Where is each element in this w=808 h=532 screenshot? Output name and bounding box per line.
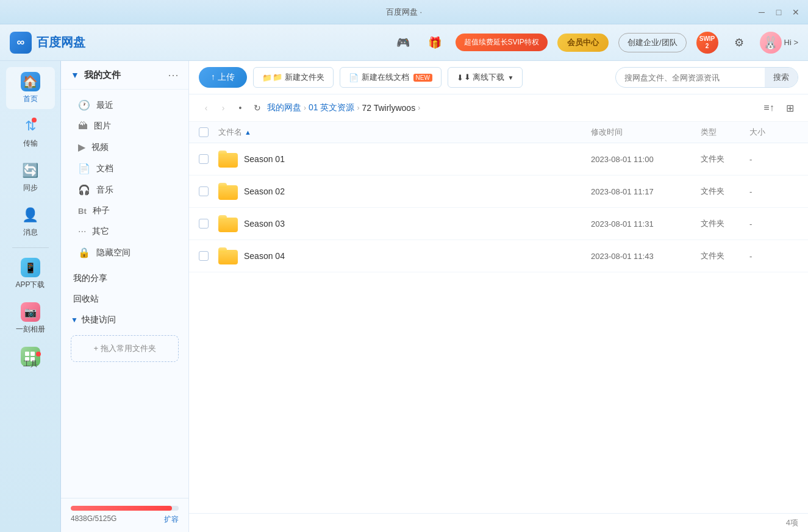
avatar-area[interactable]: 🐰 Hi > bbox=[760, 32, 798, 54]
download-icon: ⬇ bbox=[457, 73, 463, 82]
quick-access-header: ▼ 快捷访问 bbox=[61, 310, 188, 330]
offline-label: ⬇ 离线下载 bbox=[464, 72, 505, 83]
file-name-1: Season 01 bbox=[244, 154, 285, 164]
sidebar-item-app[interactable]: 📱 APP下载 bbox=[6, 253, 55, 295]
row-checkbox-4[interactable] bbox=[199, 251, 218, 261]
row-checkbox-1[interactable] bbox=[199, 154, 218, 164]
logo-area: ∞ 百度网盘 bbox=[10, 32, 85, 54]
offline-download-button[interactable]: ⬇ ⬇ 离线下载 ▼ bbox=[448, 67, 523, 88]
file-sidebar-more[interactable]: ⋯ bbox=[168, 68, 179, 82]
storage-bar-bg bbox=[71, 506, 179, 511]
new-folder-button[interactable]: 📁 📁 新建文件夹 bbox=[253, 67, 334, 88]
breadcrumb-level1[interactable]: 01 英文资源 bbox=[309, 102, 354, 113]
expand-storage-link[interactable]: 扩容 bbox=[164, 514, 179, 525]
grid-view-button[interactable]: ⊞ bbox=[781, 99, 798, 116]
search-input[interactable] bbox=[616, 69, 765, 87]
sidebar-item-home[interactable]: 🏠 首页 bbox=[6, 67, 55, 109]
menu-item-torrent[interactable]: Bt 种子 bbox=[66, 200, 184, 221]
view-controls: ≡↑ ⊞ bbox=[760, 99, 798, 116]
header-name: 文件名 ▲ bbox=[218, 127, 591, 138]
minimize-button[interactable]: ─ bbox=[757, 7, 767, 17]
table-row[interactable]: Season 01 2023-08-01 11:00 文件夹 - bbox=[189, 143, 808, 176]
menu-item-recent[interactable]: 🕐 最近 bbox=[66, 94, 184, 116]
menu-label-music: 音乐 bbox=[96, 185, 113, 196]
menu-label-hidden: 隐藏空间 bbox=[96, 247, 130, 258]
main-toolbar: ↑ 上传 📁 📁 新建文件夹 📄 新建在线文档 ⬇ ⬇ 离线下载 ▼ 搜索 bbox=[189, 61, 808, 94]
drop-zone[interactable]: + 拖入常用文件夹 bbox=[71, 335, 179, 362]
table-row[interactable]: Season 04 2023-08-01 11:43 文件夹 - bbox=[189, 240, 808, 272]
search-button[interactable]: 搜索 bbox=[765, 68, 798, 87]
title-bar: 百度网盘 · ─ □ ✕ bbox=[0, 0, 808, 24]
message-icon: 👤 bbox=[21, 205, 40, 225]
file-sidebar-menu: 🕐 最近 🏔 图片 ▶ 视频 📄 文档 🎧 音乐 bbox=[61, 90, 188, 268]
nav-forward-button[interactable]: › bbox=[216, 101, 231, 115]
sidebar-label-transfer: 传输 bbox=[23, 138, 38, 149]
transfer-notification-dot bbox=[32, 118, 37, 122]
sidebar-item-message[interactable]: 👤 消息 bbox=[6, 200, 55, 243]
vip-promo-button[interactable]: 超值续费延长SVIP特权 bbox=[456, 34, 548, 51]
nav-back-button[interactable]: ‹ bbox=[199, 101, 213, 115]
storage-text: 4838G/5125G 扩容 bbox=[71, 514, 179, 525]
gift-icon[interactable]: 🎁 bbox=[424, 32, 446, 54]
breadcrumb-sep-1: › bbox=[304, 104, 306, 112]
checkbox-4[interactable] bbox=[199, 251, 209, 261]
member-center-button[interactable]: 会员中心 bbox=[557, 34, 609, 52]
logo-text: 百度网盘 bbox=[37, 34, 85, 51]
menu-item-docs[interactable]: 📄 文档 bbox=[66, 158, 184, 179]
breadcrumb-sep-2: › bbox=[357, 104, 359, 112]
app-download-icon: 📱 bbox=[21, 258, 40, 277]
recycle-bin-link[interactable]: 回收站 bbox=[61, 289, 188, 310]
file-icon-name-4: Season 04 bbox=[218, 247, 591, 264]
upload-button[interactable]: ↑ 上传 bbox=[199, 67, 247, 88]
nav-icons: 🎮 🎁 超值续费延长SVIP特权 会员中心 创建企业/团队 SWIP2 ⚙ 🐰 … bbox=[392, 32, 798, 54]
folder-icon-3 bbox=[218, 215, 238, 232]
swip2-badge[interactable]: SWIP2 bbox=[696, 32, 718, 54]
file-sidebar: ▼ 我的文件 ⋯ 🕐 最近 🏔 图片 ▶ 视频 📄 bbox=[61, 61, 189, 532]
torrent-icon: Bt bbox=[78, 207, 87, 216]
menu-item-other[interactable]: ··· 其它 bbox=[66, 221, 184, 242]
settings-icon[interactable]: ⚙ bbox=[728, 32, 750, 54]
table-row[interactable]: Season 03 2023-08-01 11:31 文件夹 - bbox=[189, 208, 808, 240]
storage-usage: 4838G/5125G bbox=[71, 514, 116, 525]
sidebar-item-album[interactable]: 📷 一刻相册 bbox=[6, 297, 55, 339]
sidebar-label-app: APP下载 bbox=[15, 280, 45, 290]
breadcrumb-home[interactable]: 我的网盘 bbox=[267, 102, 301, 113]
sort-icon[interactable]: ▲ bbox=[245, 129, 251, 136]
game-icon[interactable]: 🎮 bbox=[392, 32, 414, 54]
sidebar-item-transfer[interactable]: ⇅ 传输 bbox=[6, 112, 55, 154]
file-name-2: Season 02 bbox=[244, 186, 285, 196]
menu-item-photos[interactable]: 🏔 图片 bbox=[66, 116, 184, 137]
refresh-button[interactable]: ↻ bbox=[250, 101, 265, 115]
sidebar-item-sync[interactable]: 🔄 同步 bbox=[6, 156, 55, 198]
table-row[interactable]: Season 02 2023-08-01 11:17 文件夹 - bbox=[189, 176, 808, 208]
row-checkbox-2[interactable] bbox=[199, 186, 218, 196]
storage-used: 4838G bbox=[71, 514, 93, 523]
recent-icon: 🕐 bbox=[78, 99, 90, 111]
maximize-button[interactable]: □ bbox=[774, 7, 784, 17]
checkbox-2[interactable] bbox=[199, 186, 209, 196]
menu-item-music[interactable]: 🎧 音乐 bbox=[66, 179, 184, 200]
file-sidebar-title: 我的文件 bbox=[84, 69, 163, 81]
photos-icon: 🏔 bbox=[78, 121, 88, 132]
storage-area: 4838G/5125G 扩容 bbox=[61, 498, 188, 532]
breadcrumb-nav: ‹ › • ↻ 我的网盘 › 01 英文资源 › 72 Twirlywoos ›… bbox=[189, 94, 808, 122]
nav-dot-button[interactable]: • bbox=[233, 101, 248, 115]
sort-view-button[interactable]: ≡↑ bbox=[760, 99, 778, 116]
row-checkbox-3[interactable] bbox=[199, 219, 218, 229]
enterprise-button[interactable]: 创建企业/团队 bbox=[618, 33, 687, 52]
my-share-link[interactable]: 我的分享 bbox=[61, 268, 188, 289]
file-size-3: - bbox=[749, 219, 798, 229]
sync-icon: 🔄 bbox=[21, 161, 40, 180]
menu-item-hidden[interactable]: 🔒 隐藏空间 bbox=[66, 242, 184, 263]
other-icon: ··· bbox=[78, 226, 86, 237]
checkbox-3[interactable] bbox=[199, 219, 209, 229]
menu-label-other: 其它 bbox=[92, 226, 109, 237]
close-button[interactable]: ✕ bbox=[791, 7, 801, 17]
menu-item-video[interactable]: ▶ 视频 bbox=[66, 137, 184, 158]
file-time-3: 2023-08-01 11:31 bbox=[591, 219, 701, 229]
sidebar-item-tools[interactable]: 工具 bbox=[6, 342, 55, 374]
checkbox-1[interactable] bbox=[199, 154, 209, 164]
new-doc-button[interactable]: 📄 新建在线文档 bbox=[340, 67, 442, 88]
select-all-checkbox[interactable] bbox=[199, 127, 209, 137]
home-icon-wrap: 🏠 bbox=[21, 72, 40, 91]
